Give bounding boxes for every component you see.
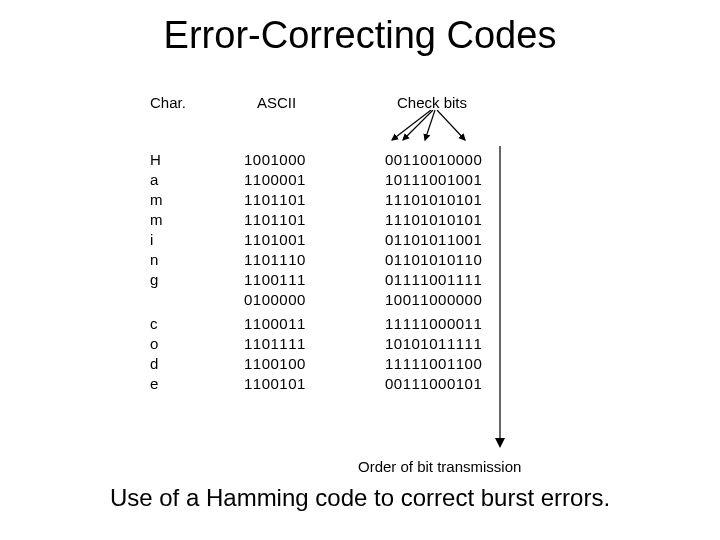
column-headers: Char. ASCII Check bits [0, 90, 720, 150]
cell-ascii: 1001000 [244, 150, 306, 170]
cell-char: d [150, 354, 158, 374]
cell-char: n [150, 250, 158, 270]
transmission-order-arrow-icon [490, 144, 520, 460]
table-row: 010000010011000000 [0, 290, 720, 310]
cell-char: m [150, 210, 163, 230]
cell-char: i [150, 230, 153, 250]
caption: Use of a Hamming code to correct burst e… [0, 484, 720, 512]
cell-char: c [150, 314, 158, 334]
table-row: i110100101101011001 [0, 230, 720, 250]
svg-line-1 [403, 110, 433, 140]
cell-check: 11111000011 [385, 314, 482, 334]
table-row: m110110111101010101 [0, 190, 720, 210]
svg-line-0 [392, 110, 431, 140]
cell-ascii: 1100011 [244, 314, 306, 334]
cell-char: m [150, 190, 163, 210]
cell-char: H [150, 150, 161, 170]
cell-ascii: 1100101 [244, 374, 306, 394]
cell-check: 10101011111 [385, 334, 482, 354]
svg-line-2 [425, 110, 435, 140]
check-bits-arrows-icon [385, 110, 505, 150]
cell-ascii: 1101110 [244, 250, 306, 270]
table-row: n110111001101010110 [0, 250, 720, 270]
table-row: o110111110101011111 [0, 334, 720, 354]
order-of-transmission-label: Order of bit transmission [358, 458, 521, 475]
cell-ascii: 0100000 [244, 290, 306, 310]
cell-check: 01101011001 [385, 230, 482, 250]
page-title: Error-Correcting Codes [0, 0, 720, 57]
figure-area: Char. ASCII Check bits H1001000001100100… [0, 90, 720, 404]
cell-check: 11101010101 [385, 190, 482, 210]
cell-check: 01101010110 [385, 250, 482, 270]
cell-ascii: 1100111 [244, 270, 306, 290]
table-row: d110010011111001100 [0, 354, 720, 374]
cell-char: o [150, 334, 158, 354]
cell-check: 11111001100 [385, 354, 482, 374]
cell-check: 10111001001 [385, 170, 482, 190]
header-check: Check bits [397, 94, 467, 111]
cell-ascii: 1101111 [244, 334, 306, 354]
cell-ascii: 1101001 [244, 230, 306, 250]
svg-line-3 [437, 110, 465, 140]
cell-check: 00110010000 [385, 150, 482, 170]
cell-check: 00111000101 [385, 374, 482, 394]
cell-char: a [150, 170, 158, 190]
cell-check: 01111001111 [385, 270, 482, 290]
cell-char: g [150, 270, 158, 290]
table-row: a110000110111001001 [0, 170, 720, 190]
header-ascii: ASCII [257, 94, 296, 111]
cell-check: 11101010101 [385, 210, 482, 230]
cell-ascii: 1101101 [244, 210, 306, 230]
table-row: H100100000110010000 [0, 150, 720, 170]
table-row: m110110111101010101 [0, 210, 720, 230]
table-row: g110011101111001111 [0, 270, 720, 290]
table-row: e110010100111000101 [0, 374, 720, 394]
cell-char: e [150, 374, 158, 394]
cell-check: 10011000000 [385, 290, 482, 310]
cell-ascii: 1101101 [244, 190, 306, 210]
cell-ascii: 1100001 [244, 170, 306, 190]
table-row: c110001111111000011 [0, 314, 720, 334]
header-char: Char. [150, 94, 186, 111]
hamming-code-table: H100100000110010000a110000110111001001m1… [0, 150, 720, 404]
cell-ascii: 1100100 [244, 354, 306, 374]
